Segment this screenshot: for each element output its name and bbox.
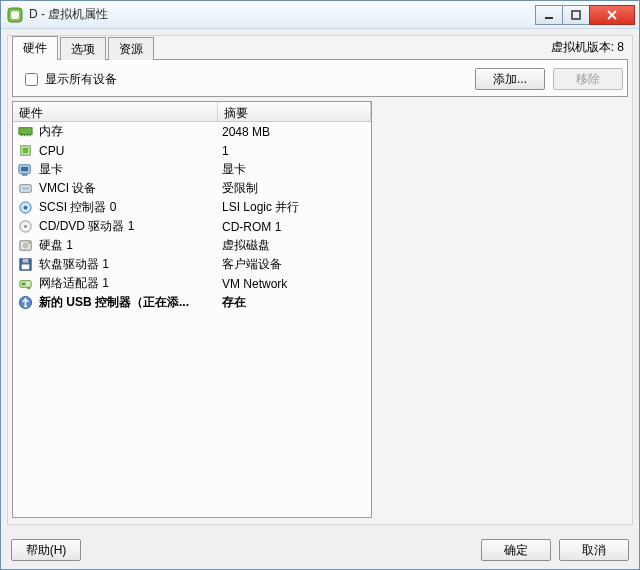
show-all-label: 显示所有设备 [45,71,117,88]
svg-rect-6 [18,128,31,135]
svg-point-24 [28,242,30,244]
hardware-summary: 1 [222,144,367,158]
app-icon [7,7,23,23]
hardware-summary: 虚拟磁盘 [222,237,367,254]
disk-icon [17,238,33,254]
column-hardware[interactable]: 硬件 [13,102,218,121]
table-row[interactable]: CPU1 [13,141,371,160]
window-title: D - 虚拟机属性 [29,6,536,23]
column-summary[interactable]: 摘要 [218,102,371,121]
hardware-summary: VM Network [222,277,367,291]
svg-point-21 [24,225,27,228]
maximize-button[interactable] [562,5,590,25]
hardware-name: 内存 [39,123,222,140]
vm-properties-window: D - 虚拟机属性 硬件 选项 资源 虚拟机版本: 8 显示所有设备 添加...… [0,0,640,570]
hardware-name: SCSI 控制器 0 [39,199,222,216]
hardware-name: 硬盘 1 [39,237,222,254]
hardware-name: 新的 USB 控制器（正在添... [39,294,222,311]
titlebar[interactable]: D - 虚拟机属性 [1,1,639,29]
hardware-summary: 显卡 [222,161,367,178]
details-pane [378,101,628,518]
table-row[interactable]: 内存2048 MB [13,122,371,141]
video-icon [17,162,33,178]
vm-version-label: 虚拟机版本: 8 [547,36,628,59]
svg-point-19 [23,206,27,210]
hardware-name: 软盘驱动器 1 [39,256,222,273]
hardware-summary: 存在 [222,294,367,311]
svg-rect-17 [21,187,29,191]
cpu-icon [17,143,33,159]
minimize-button[interactable] [535,5,563,25]
table-row[interactable]: 显卡显卡 [13,160,371,179]
dialog-footer: 帮助(H) 确定 取消 [1,531,639,569]
floppy-icon [17,257,33,273]
tab-options[interactable]: 选项 [60,37,106,60]
hardware-name: VMCI 设备 [39,180,222,197]
hardware-list[interactable]: 硬件 摘要 内存2048 MBCPU1显卡显卡VMCI 设备受限制SCSI 控制… [12,101,372,518]
table-row[interactable]: 网络适配器 1VM Network [13,274,371,293]
client-area: 硬件 选项 资源 虚拟机版本: 8 显示所有设备 添加... 移除 硬件 摘要 … [7,35,633,525]
svg-rect-14 [20,167,28,172]
close-button[interactable] [589,5,635,25]
show-all-checkbox[interactable] [25,73,38,86]
svg-rect-12 [22,148,28,154]
table-row[interactable]: SCSI 控制器 0LSI Logic 并行 [13,198,371,217]
table-row[interactable]: VMCI 设备受限制 [13,179,371,198]
hardware-summary: 客户端设备 [222,256,367,273]
svg-rect-30 [27,287,30,289]
svg-rect-9 [26,134,27,136]
svg-rect-27 [21,265,29,270]
show-all-devices[interactable]: 显示所有设备 [21,70,117,89]
hardware-toolbar: 显示所有设备 添加... 移除 [12,60,628,97]
svg-rect-15 [21,174,27,175]
scsi-icon [17,200,33,216]
tabs: 硬件 选项 资源 虚拟机版本: 8 [12,38,628,60]
hardware-name: 显卡 [39,161,222,178]
svg-rect-29 [21,283,25,286]
tab-hardware[interactable]: 硬件 [12,36,58,60]
hardware-summary: LSI Logic 并行 [222,199,367,216]
hardware-summary: 受限制 [222,180,367,197]
memory-icon [17,124,33,140]
hardware-name: CPU [39,144,222,158]
hardware-name: 网络适配器 1 [39,275,222,292]
hardware-summary: CD-ROM 1 [222,220,367,234]
cancel-button[interactable]: 取消 [559,539,629,561]
svg-rect-1 [11,11,19,19]
table-row[interactable]: 硬盘 1虚拟磁盘 [13,236,371,255]
hardware-summary: 2048 MB [222,125,367,139]
tab-resources[interactable]: 资源 [108,37,154,60]
remove-button: 移除 [553,68,623,90]
table-row[interactable]: CD/DVD 驱动器 1CD-ROM 1 [13,217,371,236]
vmci-icon [17,181,33,197]
table-row[interactable]: 软盘驱动器 1客户端设备 [13,255,371,274]
svg-rect-3 [572,11,580,19]
svg-rect-26 [22,259,28,263]
svg-point-23 [22,243,28,249]
svg-point-32 [24,305,27,308]
add-button[interactable]: 添加... [475,68,545,90]
ok-button[interactable]: 确定 [481,539,551,561]
hardware-name: CD/DVD 驱动器 1 [39,218,222,235]
svg-rect-10 [29,134,30,136]
nic-icon [17,276,33,292]
table-row[interactable]: 新的 USB 控制器（正在添...存在 [13,293,371,312]
cdrom-icon [17,219,33,235]
help-button[interactable]: 帮助(H) [11,539,81,561]
usb-icon [17,295,33,311]
svg-rect-7 [20,134,21,136]
list-header: 硬件 摘要 [13,102,371,122]
svg-rect-8 [23,134,24,136]
